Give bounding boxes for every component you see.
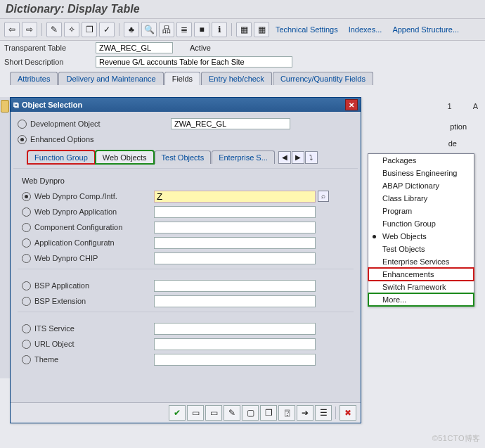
main-toolbar: ⇦ ⇨ ✎ ✧ ❐ ✓ ♣ 🔍 品 ≣ ■ ℹ ▦ ▦ Technical Se… [0, 19, 485, 41]
info-icon[interactable]: ℹ [212, 22, 227, 37]
input-web-dynpro-comp-intf-[interactable] [154, 191, 316, 203]
subtabs: Function GroupWeb ObjectsTest ObjectsEnt… [27, 151, 354, 164]
radio-web-dynpro-chip[interactable] [22, 254, 31, 263]
radio-its-service[interactable] [22, 324, 31, 333]
clip-icon[interactable] [1, 100, 9, 113]
radio-web-dynpro-comp-intf-[interactable] [22, 192, 31, 201]
side-clip [0, 97, 11, 378]
forward-icon[interactable]: ⇨ [22, 22, 37, 37]
radio-bsp-application[interactable] [22, 281, 31, 290]
edit-icon[interactable]: ✎ [224, 405, 240, 421]
label-bsp-extension: BSP Extension [34, 297, 154, 305]
input-application-configuratn[interactable] [154, 237, 316, 249]
input-bsp-extension[interactable] [154, 295, 316, 307]
subtab-enterprise-s-[interactable]: Enterprise S... [212, 151, 275, 164]
more-icon[interactable]: ☰ [315, 405, 332, 421]
menu-packages[interactable]: Packages [368, 154, 474, 167]
input-url-object[interactable] [154, 338, 316, 350]
subtab-scroll-0[interactable]: ◀ [278, 151, 291, 164]
input-theme[interactable] [154, 354, 316, 366]
menu-enhancements[interactable]: Enhancements [368, 268, 474, 281]
append-structure-link[interactable]: Append Structure... [388, 24, 463, 35]
arrow-icon[interactable]: ➔ [297, 405, 313, 421]
label-bsp-application: BSP Application [34, 281, 154, 290]
watermark: ©51CTO博客 [432, 433, 481, 444]
dialog-title: Object Selection [22, 101, 82, 109]
doc2-icon[interactable]: ▭ [205, 405, 222, 421]
create-icon[interactable]: ▢ [242, 405, 259, 421]
indexes-link[interactable]: Indexes... [344, 24, 387, 35]
subtab-scroll-2[interactable]: ⤵ [305, 151, 318, 164]
tech-settings-link[interactable]: Technical Settings [271, 24, 342, 35]
context-menu: PackagesBusiness EngineeringABAP Diction… [368, 153, 474, 307]
input-bsp-application[interactable] [154, 280, 316, 292]
enh-options-radio[interactable] [18, 135, 27, 144]
tab-currency-quantity-fields[interactable]: Currency/Quantity Fields [273, 72, 373, 85]
radio-theme[interactable] [22, 355, 31, 364]
page-title: Dictionary: Display Table [0, 0, 485, 19]
right-a: A [473, 102, 478, 110]
subtab-test-objects[interactable]: Test Objects [155, 151, 212, 164]
dev-object-label: Development Object [30, 120, 171, 128]
table-name-field[interactable] [96, 42, 173, 53]
f1-icon[interactable]: ⍰ [278, 405, 295, 421]
close-icon[interactable]: ✕ [345, 99, 358, 110]
menu-web-objects[interactable]: Web Objects [368, 230, 474, 243]
grid2-icon[interactable]: ▦ [254, 22, 269, 37]
toggle-icon[interactable]: ✎ [46, 22, 62, 37]
swap-icon[interactable]: ✧ [64, 22, 79, 37]
activate-icon[interactable]: ✓ [99, 22, 115, 37]
label-url-object: URL Object [34, 340, 154, 348]
menu-switch-framework[interactable]: Switch Framework [368, 281, 474, 293]
dev-object-field[interactable] [171, 118, 290, 129]
ok-icon[interactable]: ✔ [169, 405, 186, 421]
radio-application-configuratn[interactable] [22, 238, 31, 248]
info-blue-icon[interactable]: ■ [194, 22, 209, 37]
status-label: Active [190, 44, 211, 52]
cancel-icon[interactable]: ✖ [340, 405, 356, 421]
menu-business-engineering[interactable]: Business Engineering [368, 167, 474, 179]
label-application-configuratn: Application Configuratn [34, 238, 154, 247]
menu-abap-dictionary[interactable]: ABAP Dictionary [368, 179, 474, 192]
label-component-configuration: Component Configuration [34, 223, 154, 231]
tab-entry-heb-check[interactable]: Entry heb/check [201, 72, 272, 85]
input-its-service[interactable] [154, 323, 316, 335]
list-icon[interactable]: ≣ [176, 22, 192, 37]
radio-component-configuration[interactable] [22, 223, 31, 232]
menu-enterprise-services[interactable]: Enterprise Services [368, 255, 474, 268]
menu-more-[interactable]: More... [368, 293, 474, 306]
grid1-icon[interactable]: ▦ [236, 22, 252, 37]
main-tabs: AttributesDelivery and MaintenanceFields… [10, 72, 485, 85]
tab-fields[interactable]: Fields [164, 72, 200, 85]
short-desc-field[interactable] [96, 56, 292, 68]
tree-icon[interactable]: ♣ [124, 22, 139, 37]
menu-test-objects[interactable]: Test Objects [368, 243, 474, 255]
menu-function-group[interactable]: Function Group [368, 217, 474, 230]
label-web-dynpro-chip: Web Dynpro CHIP [34, 254, 154, 262]
radio-bsp-extension[interactable] [22, 297, 31, 306]
dev-object-radio[interactable] [18, 120, 27, 129]
hier-icon[interactable]: 品 [159, 22, 174, 37]
copy2-icon[interactable]: ❐ [260, 405, 277, 421]
doc1-icon[interactable]: ▭ [187, 405, 204, 421]
copy-icon[interactable]: ❐ [82, 22, 97, 37]
label-web-dynpro-application: Web Dynpro Application [34, 207, 154, 216]
menu-program[interactable]: Program [368, 205, 474, 217]
search-icon[interactable]: 🔍 [141, 22, 157, 37]
input-web-dynpro-application[interactable] [154, 206, 316, 218]
subtab-function-group[interactable]: Function Group [27, 151, 95, 164]
enh-options-label: Enhanced Options [30, 135, 150, 143]
back-icon[interactable]: ⇦ [4, 22, 20, 37]
righthint1: ption [450, 122, 467, 131]
tab-attributes[interactable]: Attributes [10, 72, 58, 85]
input-component-configuration[interactable] [154, 222, 316, 233]
radio-url-object[interactable] [22, 340, 31, 349]
subtab-scroll-1[interactable]: ▶ [292, 151, 304, 164]
input-web-dynpro-chip[interactable] [154, 252, 316, 264]
subtab-web-objects[interactable]: Web Objects [96, 151, 154, 164]
radio-web-dynpro-application[interactable] [22, 207, 31, 217]
menu-class-library[interactable]: Class Library [368, 192, 474, 205]
dialog-bottom-toolbar: ✔ ▭ ▭ ✎ ▢ ❐ ⍰ ➔ ☰ ✖ [11, 402, 361, 423]
f4-help-icon[interactable]: ⌕ [318, 191, 329, 202]
tab-delivery-and-maintenance[interactable]: Delivery and Maintenance [58, 72, 163, 85]
